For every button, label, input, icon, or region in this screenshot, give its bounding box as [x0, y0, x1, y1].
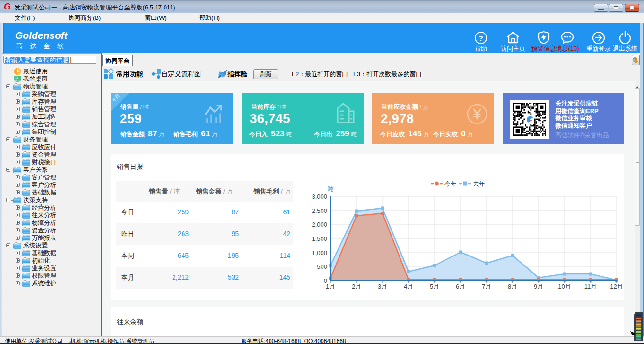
svg-text:1,500: 1,500 [312, 235, 327, 242]
svg-text:?: ? [479, 34, 483, 42]
svg-text:4月: 4月 [404, 283, 413, 290]
svg-text:2,500: 2,500 [312, 207, 327, 214]
svg-text:5月: 5月 [430, 283, 439, 290]
svg-text:1月: 1月 [326, 283, 335, 290]
svg-text:9月: 9月 [534, 283, 543, 290]
svg-text:7月: 7月 [482, 283, 491, 290]
svg-text:去年: 去年 [473, 180, 485, 187]
svg-text:3,000: 3,000 [312, 193, 327, 200]
svg-text:3月: 3月 [378, 283, 387, 290]
svg-text:500: 500 [317, 263, 327, 270]
svg-text:8月: 8月 [508, 283, 517, 290]
svg-text:吨: 吨 [328, 185, 334, 193]
svg-text:10月: 10月 [558, 283, 571, 290]
svg-text:2月: 2月 [352, 283, 361, 290]
svg-text:2,000: 2,000 [312, 221, 327, 228]
svg-text:12月: 12月 [610, 283, 623, 290]
svg-text:1,000: 1,000 [312, 249, 327, 256]
svg-text:11月: 11月 [584, 283, 597, 290]
svg-text:今年: 今年 [444, 180, 457, 187]
svg-text:6月: 6月 [456, 283, 465, 290]
